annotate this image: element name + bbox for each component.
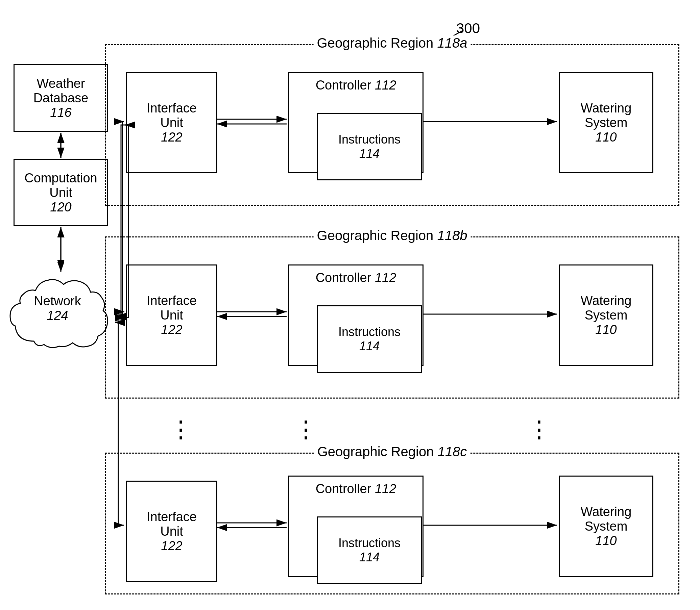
- region-a: Geographic Region 118a InterfaceUnit 122…: [105, 44, 679, 206]
- region-a-interface-box: InterfaceUnit 122: [126, 72, 217, 173]
- region-c-watering-box: WateringSystem 110: [559, 476, 653, 577]
- region-b-interface-box: InterfaceUnit 122: [126, 264, 217, 366]
- region-b: Geographic Region 118b InterfaceUnit 122…: [105, 237, 679, 399]
- region-a-instructions-box: Instructions 114: [317, 113, 422, 180]
- region-a-watering-box: WateringSystem 110: [559, 72, 653, 173]
- region-b-interface-label: InterfaceUnit: [147, 293, 197, 323]
- dots-col1: ⋮: [169, 415, 199, 443]
- region-c-instructions-number: 114: [359, 550, 379, 564]
- region-a-title: Geographic Region 118a: [314, 35, 471, 51]
- region-c-instructions-box: Instructions 114: [317, 516, 422, 584]
- computation-number: 120: [24, 200, 97, 214]
- region-a-watering-number: 110: [581, 130, 632, 145]
- region-b-instructions-number: 114: [359, 339, 379, 353]
- network-text: Network: [20, 294, 95, 308]
- region-a-controller-label: Controller 112: [316, 78, 396, 93]
- region-a-instructions-number: 114: [359, 147, 379, 161]
- region-c-controller-label: Controller 112: [316, 482, 396, 496]
- network-label: Network 124: [20, 294, 95, 323]
- region-b-instructions-label: Instructions: [338, 325, 401, 339]
- region-c-title: Geographic Region 118c: [314, 444, 470, 459]
- weather-db-label: WeatherDatabase: [33, 76, 89, 106]
- region-c-interface-label: InterfaceUnit: [147, 510, 197, 539]
- region-b-instructions-box: Instructions 114: [317, 305, 422, 373]
- dots-col3: ⋮: [527, 415, 558, 443]
- region-c-instructions-label: Instructions: [338, 536, 401, 550]
- dots-col2: ⋮: [294, 415, 325, 443]
- region-a-interface-number: 122: [147, 130, 197, 145]
- region-b-title: Geographic Region 118b: [314, 228, 471, 243]
- region-b-watering-label: WateringSystem: [581, 293, 632, 323]
- region-c-watering-number: 110: [581, 534, 632, 548]
- region-c: Geographic Region 118c InterfaceUnit 122…: [105, 453, 679, 594]
- region-c-watering-label: WateringSystem: [581, 504, 632, 534]
- region-b-controller-label: Controller 112: [316, 271, 396, 285]
- computation-label: ComputationUnit: [24, 171, 97, 200]
- region-a-interface-label: InterfaceUnit: [147, 101, 197, 130]
- region-a-instructions-label: Instructions: [338, 132, 401, 147]
- region-b-watering-number: 110: [581, 323, 632, 337]
- network-number: 124: [20, 308, 95, 323]
- region-c-controller-box: Controller 112 Instructions 114: [288, 476, 423, 577]
- computation-unit-box: ComputationUnit 120: [14, 159, 108, 226]
- region-a-controller-box: Controller 112 Instructions 114: [288, 72, 423, 173]
- diagram: 300 WeatherDatabase 116 ComputationUnit …: [0, 0, 700, 610]
- weather-db-number: 116: [33, 106, 89, 120]
- region-c-interface-number: 122: [147, 539, 197, 553]
- region-c-interface-box: InterfaceUnit 122: [126, 481, 217, 582]
- weather-database-box: WeatherDatabase 116: [14, 64, 108, 132]
- region-b-watering-box: WateringSystem 110: [559, 264, 653, 366]
- region-a-watering-label: WateringSystem: [581, 101, 632, 130]
- region-b-interface-number: 122: [147, 323, 197, 337]
- region-b-controller-box: Controller 112 Instructions 114: [288, 264, 423, 366]
